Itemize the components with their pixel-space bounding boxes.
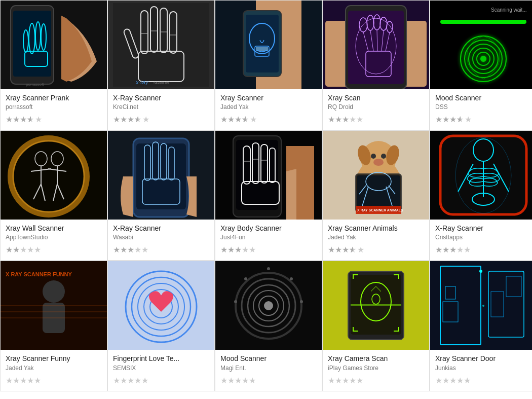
app-title: Xray Scanner Prank	[6, 93, 102, 102]
star-5: ★	[250, 116, 257, 124]
star-rating: ★ ★ ★ ★ ★	[1, 246, 107, 254]
app-card[interactable]: Xray Scan RQ Droid ★ ★ ★ ★ ★	[322, 0, 430, 130]
svg-rect-49	[440, 20, 526, 24]
app-card[interactable]: Scanning wait...	[430, 0, 532, 130]
app-title: Xray Camera Scan	[328, 354, 424, 363]
star-4: ★	[349, 377, 356, 385]
star-2: ★	[13, 246, 20, 254]
star-rating: ★ ★ ★ ★ ★	[215, 377, 322, 385]
star-rating: ★ ★ ★ ★ ★	[108, 246, 214, 254]
svg-rect-34	[348, 11, 404, 84]
star-4: ★	[457, 377, 464, 385]
app-developer: RQ Droid	[328, 103, 424, 111]
star-5: ★	[141, 377, 148, 385]
star-2: ★	[227, 377, 235, 385]
app-title: Xray Scanner	[220, 93, 317, 102]
star-4: ★★	[27, 116, 35, 124]
star-2: ★	[120, 377, 127, 385]
star-3: ★	[342, 377, 349, 385]
app-title: Xray Scanner Funny	[6, 354, 102, 363]
star-3: ★	[342, 116, 349, 124]
star-4: ★	[134, 246, 141, 254]
star-3: ★	[235, 246, 242, 254]
star-3: ★	[449, 246, 457, 254]
star-1: ★	[220, 377, 227, 385]
star-3: ★	[20, 377, 27, 385]
app-card[interactable]: Xray Camera Scan iPlay Games Store ★ ★ ★…	[322, 261, 430, 391]
app-title: Xray Wall Scanner	[6, 224, 102, 233]
svg-text:X RAY SCANNER ANIMALS: X RAY SCANNER ANIMALS	[357, 208, 403, 212]
svg-point-134	[267, 267, 270, 270]
star-rating: ★ ★ ★ ★ ★	[430, 246, 532, 254]
app-card[interactable]: Xray Scanner Door Junkias ★ ★ ★ ★ ★	[430, 261, 532, 391]
star-1: ★	[435, 246, 442, 254]
svg-point-138	[234, 300, 237, 303]
app-developer: KreCi.net	[113, 103, 209, 111]
app-title: X-Ray Scanner	[435, 224, 531, 233]
star-rating: ★ ★ ★ ★ ★	[430, 377, 532, 385]
star-4: ★★	[457, 116, 465, 124]
star-1: ★	[6, 116, 13, 124]
star-4: ★	[27, 246, 34, 254]
svg-point-154	[479, 270, 482, 273]
star-2: ★	[442, 116, 449, 124]
star-5: ★	[249, 377, 256, 385]
star-rating: ★ ★ ★ ★★ ★	[108, 116, 214, 124]
star-1: ★	[6, 377, 13, 385]
svg-text:x-ray: x-ray	[135, 79, 149, 85]
svg-rect-10	[113, 3, 209, 87]
app-card[interactable]: Xray Body Scanner Just4Fun ★ ★ ★ ★ ★	[215, 130, 322, 261]
star-rating: ★ ★ ★ ★★ ★	[215, 116, 322, 124]
star-2: ★	[13, 377, 20, 385]
star-rating: ★ ★ ★ ★★ ★	[323, 246, 429, 254]
app-title: X-Ray Scanner	[113, 224, 209, 233]
star-rating: ★ ★ ★ ★ ★	[323, 377, 429, 385]
svg-point-116	[43, 280, 65, 303]
star-2: ★	[13, 116, 20, 124]
svg-point-135	[290, 277, 293, 280]
app-card[interactable]: X-Ray Scanner Cristtapps ★ ★ ★ ★ ★	[430, 130, 532, 261]
star-2: ★	[227, 116, 235, 124]
app-card[interactable]: X-Ray Scanner Wasabi ★ ★ ★ ★ ★	[107, 130, 215, 261]
svg-rect-80	[236, 140, 278, 210]
app-developer: Just4Fun	[220, 234, 317, 241]
star-4: ★★	[134, 116, 142, 124]
star-1: ★	[328, 246, 335, 254]
star-rating: ★ ★ ★ ★ ★	[108, 377, 214, 385]
app-developer: Junkias	[435, 365, 531, 372]
star-2: ★	[442, 246, 449, 254]
star-3: ★	[235, 116, 242, 124]
app-card[interactable]: Xray Scanner Jaded Yak ★ ★ ★ ★★ ★	[215, 0, 322, 130]
star-rating: ★ ★ ★ ★★ ★	[1, 116, 107, 124]
app-developer: Jaded Yak	[6, 365, 102, 372]
star-2: ★	[335, 246, 342, 254]
app-card[interactable]: Mood Scanner Magi Ent. ★ ★ ★ ★ ★	[215, 261, 322, 391]
app-card[interactable]: X RAY SCANNER FUNNY Xray Scanner Funny J…	[0, 261, 107, 391]
star-1: ★	[113, 246, 120, 254]
star-5: ★	[141, 246, 148, 254]
app-card[interactable]: x-ray scanner X-Ray Scanner KreCi.net ★ …	[107, 0, 215, 130]
app-title: Xray Scanner Door	[435, 354, 531, 363]
star-4: ★	[27, 377, 34, 385]
app-title: Mood Scanner	[435, 93, 531, 102]
svg-point-95	[381, 154, 386, 159]
star-rating: ★ ★ ★ ★★ ★	[430, 116, 532, 124]
app-title: Xray Body Scanner	[220, 224, 317, 233]
app-card[interactable]: X RAY SCANNER ANIMALS Xray Scanner Anima…	[322, 130, 430, 261]
star-rating: ★ ★ ★ ★ ★	[1, 377, 107, 385]
app-developer: DSS	[435, 103, 531, 111]
star-3: ★	[127, 116, 134, 124]
svg-rect-98	[357, 175, 400, 210]
svg-rect-57	[1, 131, 107, 220]
star-4: ★	[242, 377, 249, 385]
app-card[interactable]: porrassoft Xray Scanner Prank porrassoft…	[0, 0, 107, 130]
star-1: ★	[220, 116, 227, 124]
app-card[interactable]: Fingerprint Love Te... SEMSIX ★ ★ ★ ★ ★	[107, 261, 215, 391]
star-4: ★	[242, 246, 249, 254]
star-2: ★	[120, 246, 127, 254]
svg-point-94	[371, 154, 376, 159]
star-5: ★	[465, 116, 472, 124]
star-3: ★	[449, 377, 457, 385]
star-2: ★	[335, 377, 342, 385]
app-card[interactable]: Xray Wall Scanner AppTownStudio ★ ★ ★ ★ …	[0, 130, 107, 261]
